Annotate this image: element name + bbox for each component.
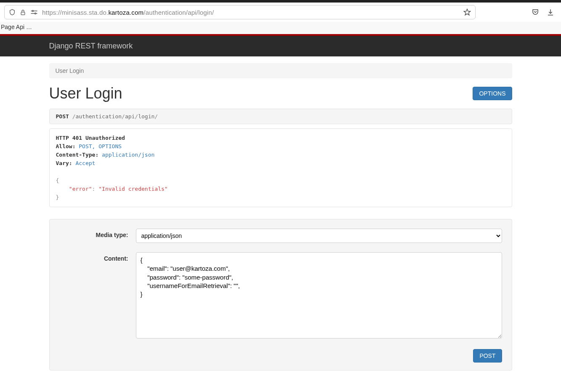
request-path: /authentication/api/login/ [72, 113, 158, 120]
bookmark-star-icon[interactable] [463, 8, 471, 16]
request-info: POST /authentication/api/login/ [49, 109, 512, 124]
url-path: /authentication/api/login/ [144, 9, 214, 16]
post-button[interactable]: POST [473, 349, 502, 363]
navbar: Django REST framework [0, 36, 561, 56]
url-protocol: https:// [42, 9, 62, 16]
download-icon[interactable] [547, 8, 554, 16]
page-title: User Login [49, 85, 122, 102]
pocket-icon[interactable] [532, 8, 539, 16]
svg-marker-5 [464, 9, 471, 15]
toolbar-right-icons [532, 8, 554, 16]
json-key: "error" [69, 186, 92, 192]
request-method: POST [56, 113, 69, 120]
url-host-bold: kartoza.com [108, 9, 144, 16]
address-row: https://minisass.sta.do.kartoza.com/auth… [0, 3, 561, 22]
page-header: User Login OPTIONS [49, 85, 512, 102]
navbar-brand[interactable]: Django REST framework [49, 42, 133, 50]
bookmark-item[interactable]: Page Api … [1, 24, 32, 30]
main-container: User Login User Login OPTIONS POST /auth… [43, 63, 518, 371]
shield-icon [9, 9, 16, 16]
settings-toggle-icon[interactable] [30, 9, 38, 15]
breadcrumb-item[interactable]: User Login [56, 67, 84, 74]
form-panel: Media type: application/json Content: PO… [49, 219, 512, 371]
response-block: HTTP 401 Unauthorized Allow: POST, OPTIO… [49, 128, 512, 207]
url-text: https://minisass.sta.do.kartoza.com/auth… [42, 9, 214, 16]
svg-point-4 [35, 13, 36, 14]
content-textarea[interactable] [136, 252, 502, 339]
svg-rect-0 [21, 12, 25, 14]
bookmark-bar: Page Api … [0, 22, 561, 34]
options-button[interactable]: OPTIONS [473, 87, 512, 100]
address-bar[interactable]: https://minisass.sta.do.kartoza.com/auth… [4, 5, 476, 19]
lock-icon [20, 9, 26, 16]
svg-point-2 [32, 11, 34, 12]
content-label: Content: [56, 252, 136, 340]
url-host-pre: minisass.sta.do. [62, 9, 109, 16]
media-type-select[interactable]: application/json [136, 229, 502, 243]
breadcrumb: User Login [49, 63, 512, 78]
media-type-label: Media type: [56, 229, 136, 243]
response-status: HTTP 401 Unauthorized [56, 135, 125, 141]
json-value: "Invalid credentials" [98, 186, 168, 192]
